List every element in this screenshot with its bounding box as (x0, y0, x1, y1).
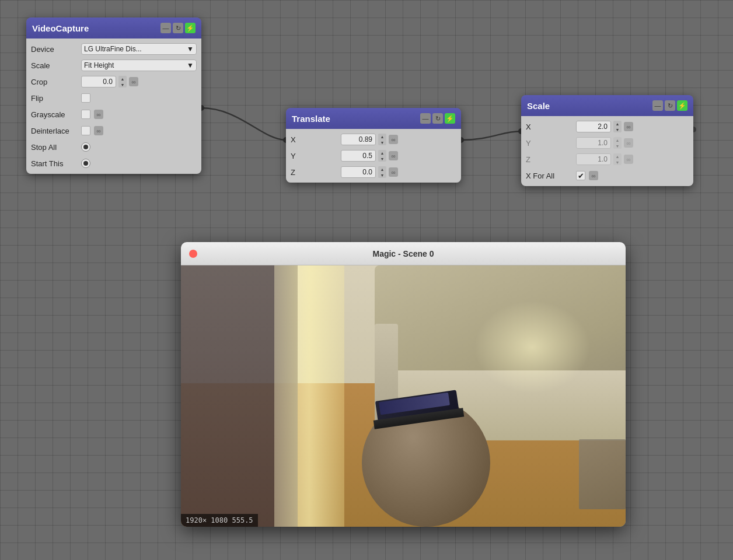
stopall-radio-dot (83, 145, 88, 149)
device-select[interactable]: LG UltraFine Dis... ▼ (81, 43, 197, 55)
scale-header: Scale — ↻ ⚡ (521, 95, 693, 116)
scale-z-up[interactable]: ▲ (613, 153, 622, 159)
scale-y-down[interactable]: ▼ (613, 143, 622, 149)
startthis-radio[interactable] (81, 159, 90, 168)
preview-close-btn[interactable] (189, 250, 197, 258)
scale-y-stepper: ▲ ▼ (613, 137, 622, 149)
crop-stepper-down[interactable]: ▼ (118, 82, 127, 88)
preview-title: Magic - Scene 0 (372, 249, 434, 258)
scale-z-input[interactable]: 1.0 (576, 153, 611, 165)
grayscale-checkbox[interactable] (81, 110, 90, 119)
translate-x-input[interactable]: 0.89 (341, 134, 376, 145)
startthis-row: Start This (31, 156, 197, 170)
grayscale-chain[interactable]: ∞ (94, 110, 103, 119)
scale-y-input[interactable]: 1.0 (576, 137, 611, 149)
videocapture-power-btn[interactable]: ⚡ (185, 23, 196, 33)
scale-power-btn[interactable]: ⚡ (677, 100, 687, 111)
translate-z-up[interactable]: ▲ (378, 166, 386, 172)
scene-chair (579, 439, 626, 509)
translate-x-label: X (291, 135, 337, 144)
grayscale-label: Grayscale (31, 110, 78, 119)
crop-chain[interactable]: ∞ (129, 77, 138, 86)
translate-z-input-group: 0.0 ▲ ▼ ∞ (341, 166, 398, 178)
scale-title: Scale (527, 101, 550, 111)
scale-x-input-group: 2.0 ▲ ▼ ∞ (576, 121, 633, 132)
translate-cycle-btn[interactable]: ↻ (432, 113, 443, 124)
scale-z-row: Z 1.0 ▲ ▼ ∞ (526, 152, 689, 166)
videocapture-title: VideoCapture (32, 23, 89, 33)
translate-z-down[interactable]: ▼ (378, 172, 386, 178)
deinterlace-label: Deinterlace (31, 127, 78, 135)
translate-minimize-btn[interactable]: — (420, 113, 431, 124)
scale-body: X 2.0 ▲ ▼ ∞ Y 1.0 ▲ ▼ ∞ (521, 116, 693, 186)
preview-window: Magic - Scene 0 1920× 1080 555.5 (181, 242, 626, 527)
scale-z-chain[interactable]: ∞ (624, 155, 633, 164)
translate-power-btn[interactable]: ⚡ (445, 113, 455, 124)
device-row: Device LG UltraFine Dis... ▼ (31, 42, 197, 56)
flip-label: Flip (31, 94, 78, 103)
translate-x-stepper: ▲ ▼ (378, 134, 386, 145)
scale-xforall-chain[interactable]: ∞ (589, 171, 598, 180)
scale-y-row: Y 1.0 ▲ ▼ ∞ (526, 136, 689, 150)
crop-label: Crop (31, 78, 78, 86)
translate-z-row: Z 0.0 ▲ ▼ ∞ (291, 165, 456, 179)
translate-y-row: Y 0.5 ▲ ▼ ∞ (291, 149, 456, 163)
translate-z-chain[interactable]: ∞ (389, 167, 398, 177)
videocapture-header: VideoCapture — ↻ ⚡ (26, 18, 201, 38)
stopall-row: Stop All (31, 140, 197, 154)
translate-y-label: Y (291, 152, 337, 160)
crop-input[interactable]: 0.0 (81, 76, 116, 88)
scale-z-stepper: ▲ ▼ (613, 153, 622, 165)
scale-x-chain[interactable]: ∞ (624, 122, 633, 131)
scale-value: Fit Height (84, 61, 114, 69)
translate-x-chain[interactable]: ∞ (389, 135, 398, 144)
scale-x-row: X 2.0 ▲ ▼ ∞ (526, 120, 689, 134)
translate-y-stepper: ▲ ▼ (378, 150, 386, 162)
scale-x-label: X (526, 123, 573, 131)
translate-y-input-group: 0.5 ▲ ▼ ∞ (341, 150, 398, 162)
scale-z-down[interactable]: ▼ (613, 159, 622, 165)
scale-y-label: Y (526, 139, 573, 148)
translate-y-input[interactable]: 0.5 (341, 150, 376, 162)
scale-xforall-row: X For All ✔ ∞ (526, 169, 689, 183)
translate-x-up[interactable]: ▲ (378, 134, 386, 139)
flip-checkbox[interactable] (81, 93, 90, 103)
scale-controls: — ↻ ⚡ (652, 100, 687, 111)
scale-cycle-btn[interactable]: ↻ (665, 100, 675, 111)
scale-node: Scale — ↻ ⚡ X 2.0 ▲ ▼ ∞ Y 1.0 (521, 95, 693, 186)
scale-y-input-group: 1.0 ▲ ▼ ∞ (576, 137, 633, 149)
translate-y-down[interactable]: ▼ (378, 156, 386, 162)
scale-xforall-label: X For All (526, 172, 573, 180)
scale-y-chain[interactable]: ∞ (624, 138, 633, 148)
scale-y-up[interactable]: ▲ (613, 137, 622, 143)
stopall-radio[interactable] (81, 142, 90, 152)
videocapture-minimize-btn[interactable]: — (160, 23, 171, 33)
device-value: LG UltraFine Dis... (84, 45, 142, 53)
flip-row: Flip (31, 91, 197, 105)
translate-title: Translate (292, 114, 330, 124)
scale-x-up[interactable]: ▲ (613, 121, 622, 127)
device-dropdown-arrow: ▼ (187, 45, 194, 53)
scale-select[interactable]: Fit Height ▼ (81, 60, 197, 71)
scale-dropdown-arrow: ▼ (187, 61, 194, 69)
scale-xforall-checkbox[interactable]: ✔ (576, 171, 585, 180)
translate-y-chain[interactable]: ∞ (389, 151, 398, 160)
videocapture-cycle-btn[interactable]: ↻ (173, 23, 183, 33)
crop-stepper-up[interactable]: ▲ (118, 76, 127, 82)
translate-z-input[interactable]: 0.0 (341, 166, 376, 178)
preview-resolution: 1920× 1080 555.5 (186, 516, 253, 524)
translate-x-down[interactable]: ▼ (378, 139, 386, 145)
translate-header: Translate — ↻ ⚡ (286, 108, 461, 129)
deinterlace-checkbox[interactable] (81, 126, 90, 135)
crop-input-group: 0.0 ▲ ▼ ∞ (81, 76, 138, 88)
crop-stepper: ▲ ▼ (118, 76, 127, 88)
device-label: Device (31, 45, 78, 54)
deinterlace-chain[interactable]: ∞ (94, 126, 103, 135)
scale-minimize-btn[interactable]: — (652, 100, 663, 111)
scale-x-down[interactable]: ▼ (613, 127, 622, 132)
translate-body: X 0.89 ▲ ▼ ∞ Y 0.5 ▲ ▼ ∞ (286, 129, 461, 183)
scale-row: Scale Fit Height ▼ (31, 58, 197, 72)
translate-y-up[interactable]: ▲ (378, 150, 386, 156)
scale-x-input[interactable]: 2.0 (576, 121, 611, 132)
preview-infobar: 1920× 1080 555.5 (181, 514, 258, 527)
